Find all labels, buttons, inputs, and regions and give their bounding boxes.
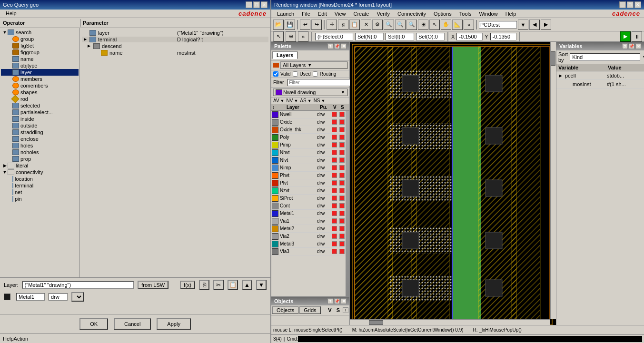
layer-s-metal1[interactable] xyxy=(338,211,346,216)
all-layers-dropdown[interactable]: All Layers ▼ xyxy=(280,61,347,69)
layer-s-nhvt[interactable] xyxy=(338,150,346,155)
tree-node-partialselect[interactable]: partialselect... xyxy=(1,109,79,116)
layer-s-siprot[interactable] xyxy=(338,196,346,201)
menu-launch[interactable]: Launch xyxy=(275,10,296,17)
palette-help[interactable]: ? xyxy=(327,43,333,49)
layer-item-nimp[interactable]: Nimpdrw xyxy=(271,164,346,172)
layer-v-metal3[interactable] xyxy=(330,241,338,246)
layer-v-siprot[interactable] xyxy=(330,196,338,201)
copy-icon[interactable]: ⎘ xyxy=(199,280,209,290)
h-scrollbar[interactable] xyxy=(350,319,550,325)
st-more[interactable]: » xyxy=(298,31,308,42)
filter-input[interactable] xyxy=(287,79,351,86)
tree-node-terminal[interactable]: terminal xyxy=(1,182,79,189)
tb-undo[interactable]: ↩ xyxy=(300,20,310,30)
layer-v-phvt[interactable] xyxy=(330,173,338,178)
palette-scrollbar[interactable] xyxy=(346,111,349,296)
paste-icon[interactable]: 📋 xyxy=(228,280,238,290)
vars-close[interactable]: ✕ xyxy=(635,43,641,49)
tree-node-figgroup[interactable]: figgroup xyxy=(1,49,79,56)
layer-s-via2[interactable] xyxy=(338,234,346,239)
vars-help[interactable]: ? xyxy=(622,43,628,49)
menu-view[interactable]: View xyxy=(333,10,348,17)
layer-v-nhvt[interactable] xyxy=(330,150,338,155)
v-scrollbar[interactable] xyxy=(550,42,556,319)
layer-item-nzvt[interactable]: Nzvtdrw xyxy=(271,187,346,195)
var-row-mosinst[interactable]: mosInst #(1 sh... xyxy=(556,80,644,88)
layer-v-metal2[interactable] xyxy=(330,226,338,231)
valid-checkbox[interactable] xyxy=(273,71,278,77)
used-checkbox[interactable] xyxy=(293,71,298,77)
layer-v-nimp[interactable] xyxy=(330,165,338,170)
tree-node-group[interactable]: group xyxy=(1,36,79,42)
layer-s-plvt[interactable] xyxy=(338,180,346,186)
tree-node-shapes[interactable]: shapes xyxy=(1,89,79,96)
tree-node-figset[interactable]: figSet xyxy=(1,42,79,49)
tree-node-holes[interactable]: holes xyxy=(1,142,79,149)
layer-s-pimp[interactable] xyxy=(338,142,346,147)
geo-query-close[interactable]: ✕ xyxy=(261,1,268,8)
tb-copy[interactable]: ⎘ xyxy=(338,20,348,30)
geo-query-maximize[interactable]: □ xyxy=(253,1,260,8)
layer-v-nzvt[interactable] xyxy=(330,188,338,193)
tree-node-literal[interactable]: ▶ literal xyxy=(1,162,79,169)
menu-tools[interactable]: Tools xyxy=(457,10,474,17)
layer-item-plvt[interactable]: Plvtdrw xyxy=(271,179,346,187)
layer-v-oxide[interactable] xyxy=(330,119,338,125)
tree-node-pin[interactable]: pin xyxy=(1,196,79,202)
layer-item-nlvt[interactable]: Nlvtdrw xyxy=(271,157,346,164)
tb-ruler[interactable]: 📐 xyxy=(452,20,463,30)
menu-options[interactable]: Options xyxy=(432,10,454,17)
from-lsw-button[interactable]: from LSW xyxy=(138,281,168,289)
layer-value-field[interactable]: ("Metal1" "drawing") xyxy=(22,281,134,289)
up-icon[interactable]: ▲ xyxy=(242,280,252,290)
layer-v-via1[interactable] xyxy=(330,218,338,224)
geo-query-minimize[interactable]: _ xyxy=(246,1,252,8)
layer-s-via3[interactable] xyxy=(338,249,346,254)
tb-paste[interactable]: 📋 xyxy=(349,20,360,30)
layer-item-metal1[interactable]: Metal1drw xyxy=(271,210,346,217)
layer-type-input[interactable] xyxy=(49,293,68,301)
layer-s-nlvt[interactable] xyxy=(338,157,346,163)
tb-open[interactable]: 📂 xyxy=(273,20,284,30)
tree-node-members[interactable]: members xyxy=(1,76,79,82)
grids-tab[interactable]: Grids xyxy=(299,306,320,314)
layer-v-poly[interactable] xyxy=(330,135,338,140)
palette-pin[interactable]: 📌 xyxy=(334,43,340,49)
layer-item-oxide_thk[interactable]: Oxide_thkdrw xyxy=(271,126,346,134)
layer-s-oxide[interactable] xyxy=(338,119,346,125)
tree-node-name[interactable]: name xyxy=(1,56,79,62)
tb-zoom-in[interactable]: 🔍 xyxy=(395,20,406,30)
objects-tab[interactable]: Objects xyxy=(272,306,298,314)
layer-item-via2[interactable]: Via2drw xyxy=(271,233,346,240)
layer-name-input[interactable] xyxy=(16,293,45,301)
h-scroll-thumb[interactable] xyxy=(369,320,383,325)
tb-fit[interactable]: ⊞ xyxy=(418,20,428,30)
apply-button[interactable]: Apply xyxy=(157,318,191,330)
tree-node-layer[interactable]: layer xyxy=(1,69,79,76)
ok-button[interactable]: OK xyxy=(79,318,108,330)
render-minimize[interactable]: _ xyxy=(619,1,626,8)
tb-select[interactable]: ↖ xyxy=(429,20,440,30)
tree-node-net[interactable]: net xyxy=(1,189,79,196)
tb-delete[interactable]: ✕ xyxy=(361,20,371,30)
layer-item-via1[interactable]: Via1drw xyxy=(271,217,346,225)
render-maximize[interactable]: □ xyxy=(627,1,634,8)
layer-item-via3[interactable]: Via3drw xyxy=(271,248,346,255)
menu-help[interactable]: Help xyxy=(504,10,518,17)
layer-s-metal2[interactable] xyxy=(338,226,346,231)
tree-node-connectivity[interactable]: ▼ connectivity xyxy=(1,169,79,176)
tree-node-outside[interactable]: outside xyxy=(1,122,79,129)
layer-v-pimp[interactable] xyxy=(330,142,338,147)
routing-checkbox[interactable] xyxy=(313,71,318,77)
tb-more2[interactable]: » xyxy=(464,20,474,30)
tb-zoom[interactable]: 🔍 xyxy=(384,20,394,30)
pause-button[interactable]: ⏸ xyxy=(632,31,642,42)
var-row-pcell[interactable]: ▶ pcell stdob... xyxy=(556,71,644,80)
cmd-input[interactable] xyxy=(298,336,642,342)
layer-s-nimp[interactable] xyxy=(338,165,346,170)
layer-v-nlvt[interactable] xyxy=(330,157,338,163)
menu-file[interactable]: File xyxy=(300,10,312,17)
fx-button[interactable]: f(x) xyxy=(180,281,195,289)
layer-s-metal3[interactable] xyxy=(338,241,346,246)
